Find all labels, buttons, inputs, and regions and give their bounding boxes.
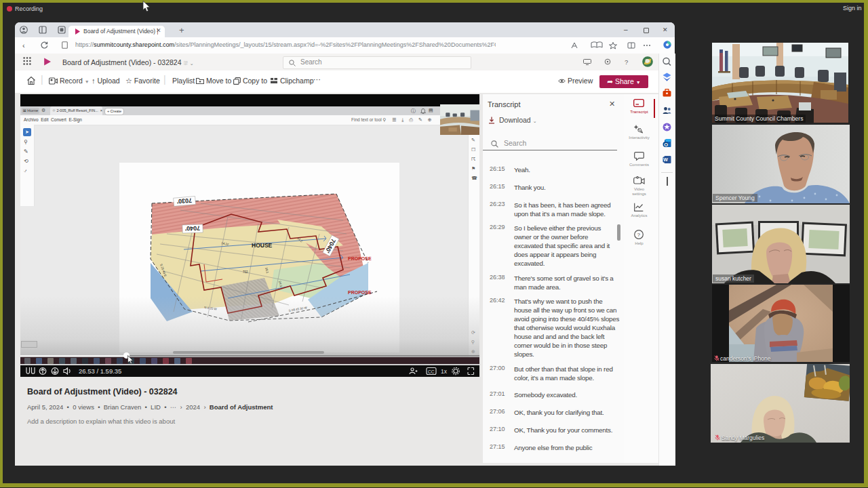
svg-text:W: W [663, 157, 668, 162]
svg-text:?: ? [637, 232, 641, 238]
svg-text:1x: 1x [441, 368, 448, 375]
svg-text:7040': 7040' [185, 225, 201, 232]
svg-text:HOUSE: HOUSE [252, 242, 273, 249]
svg-text:7030': 7030' [176, 197, 192, 205]
svg-text:PROPOSE: PROPOSE [348, 256, 372, 261]
svg-text:O: O [664, 142, 668, 148]
svg-text:702: 702 [243, 270, 248, 274]
svg-text:CC: CC [428, 369, 435, 374]
svg-text:PROPOSE: PROPOSE [348, 290, 372, 295]
